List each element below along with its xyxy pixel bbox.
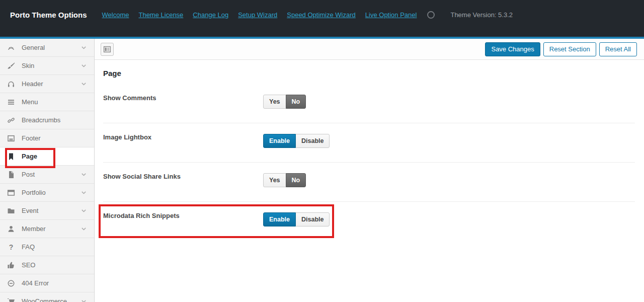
sidebar-item-faq[interactable]: ? FAQ bbox=[0, 238, 94, 256]
sidebar-item-portfolio[interactable]: Portfolio bbox=[0, 184, 94, 202]
sidebar-item-label: Breadcrumbs bbox=[22, 116, 60, 124]
porto-theme-options-window: Porto Theme Options Welcome Theme Licens… bbox=[0, 0, 644, 302]
sidebar-item-event[interactable]: Event bbox=[0, 202, 94, 220]
option-label: Image Lightbox bbox=[103, 132, 263, 141]
sidebar-item-footer[interactable]: Footer bbox=[0, 129, 94, 147]
chevron-down-icon bbox=[80, 298, 87, 302]
theme-version-label: Theme Version: 5.3.2 bbox=[450, 11, 513, 19]
link-setup-wizard[interactable]: Setup Wizard bbox=[238, 11, 277, 19]
panel-toggle-button[interactable] bbox=[101, 43, 114, 56]
link-welcome[interactable]: Welcome bbox=[102, 11, 129, 19]
person-icon bbox=[7, 225, 15, 233]
option-label: Show Comments bbox=[103, 93, 263, 102]
panel-layout-icon bbox=[103, 45, 111, 53]
sidebar-item-label: General bbox=[22, 44, 45, 51]
question-mark-icon: ? bbox=[7, 243, 15, 251]
enable-disable-toggle: Enable Disable bbox=[263, 134, 330, 148]
topbar-nav: Welcome Theme License Change Log Setup W… bbox=[102, 11, 513, 19]
circle-icon bbox=[427, 11, 435, 19]
link-live-option-panel[interactable]: Live Option Panel bbox=[365, 11, 417, 19]
chevron-down-icon bbox=[80, 189, 87, 196]
main-toolbar: Save Changes Reset Section Reset All bbox=[95, 39, 644, 60]
link-theme-license[interactable]: Theme License bbox=[138, 11, 183, 19]
svg-text:?: ? bbox=[9, 243, 14, 251]
chevron-down-icon bbox=[80, 81, 87, 87]
no-button[interactable]: No bbox=[286, 95, 306, 109]
document-icon bbox=[7, 171, 15, 179]
cart-icon bbox=[7, 297, 15, 302]
sidebar-item-label: Portfolio bbox=[22, 189, 46, 196]
sidebar-item-label: Menu bbox=[22, 98, 38, 106]
sidebar-item-post[interactable]: Post bbox=[0, 166, 94, 184]
sidebar-item-label: Event bbox=[22, 207, 38, 214]
option-row-social-share: Show Social Share Links Yes No bbox=[103, 163, 635, 202]
sidebar-item-label: Post bbox=[22, 171, 35, 178]
bookmark-icon bbox=[7, 153, 15, 161]
sidebar-item-seo[interactable]: SEO bbox=[0, 256, 94, 274]
sidebar-item-label: Skin bbox=[22, 62, 34, 69]
top-bar: Porto Theme Options Welcome Theme Licens… bbox=[0, 0, 644, 37]
options-sidebar: General Skin Header Menu Breadcrumbs bbox=[0, 39, 95, 302]
section-title: Page bbox=[103, 69, 635, 78]
option-row-show-comments: Show Comments Yes No bbox=[103, 84, 635, 123]
sidebar-item-label: Page bbox=[22, 153, 37, 160]
no-button[interactable]: No bbox=[286, 173, 306, 187]
sidebar-item-label: Header bbox=[22, 80, 43, 88]
sidebar-item-404-error[interactable]: 404 Error bbox=[0, 274, 94, 292]
sidebar-item-skin[interactable]: Skin bbox=[0, 57, 94, 75]
chevron-down-icon bbox=[80, 225, 87, 232]
window-icon bbox=[7, 189, 15, 197]
enable-button[interactable]: Enable bbox=[263, 212, 296, 226]
link-change-log[interactable]: Change Log bbox=[193, 11, 228, 19]
yes-no-toggle: Yes No bbox=[263, 173, 306, 187]
chevron-down-icon bbox=[80, 171, 87, 178]
sidebar-item-woocommerce[interactable]: WooCommerce bbox=[0, 292, 94, 302]
sidebar-item-label: SEO bbox=[22, 261, 35, 269]
sidebar-item-label: 404 Error bbox=[22, 279, 49, 287]
thumbs-up-icon bbox=[7, 261, 15, 269]
yes-no-toggle: Yes No bbox=[263, 95, 306, 109]
chain-link-icon bbox=[7, 116, 15, 124]
enable-disable-toggle: Enable Disable bbox=[263, 212, 330, 226]
gauge-icon bbox=[7, 44, 15, 52]
sidebar-item-label: WooCommerce bbox=[22, 297, 67, 302]
yes-button[interactable]: Yes bbox=[263, 95, 286, 109]
sidebar-item-label: Member bbox=[22, 225, 46, 233]
reset-all-button[interactable]: Reset All bbox=[599, 42, 637, 56]
option-label: Show Social Share Links bbox=[103, 172, 263, 181]
disable-button[interactable]: Disable bbox=[295, 212, 330, 226]
chevron-down-icon bbox=[80, 207, 87, 214]
menu-bars-icon bbox=[7, 98, 15, 106]
sidebar-item-general[interactable]: General bbox=[0, 39, 94, 57]
chevron-down-icon bbox=[80, 44, 87, 51]
headphones-icon bbox=[7, 80, 15, 88]
folder-icon bbox=[7, 207, 15, 215]
minus-circle-icon bbox=[7, 279, 15, 287]
link-speed-optimize-wizard[interactable]: Speed Optimize Wizard bbox=[287, 11, 356, 19]
sidebar-item-menu[interactable]: Menu bbox=[0, 93, 94, 111]
sidebar-item-page[interactable]: Page bbox=[0, 147, 94, 166]
page-title: Porto Theme Options bbox=[10, 11, 87, 19]
footer-icon bbox=[7, 134, 15, 142]
main-panel: Save Changes Reset Section Reset All Pag… bbox=[95, 39, 644, 302]
save-changes-button[interactable]: Save Changes bbox=[485, 42, 540, 56]
option-row-image-lightbox: Image Lightbox Enable Disable bbox=[103, 123, 635, 163]
disable-button[interactable]: Disable bbox=[295, 134, 330, 148]
reset-section-button[interactable]: Reset Section bbox=[543, 42, 596, 56]
brush-icon bbox=[7, 62, 15, 70]
section-content: Page Show Comments Yes No Image Lightbox… bbox=[95, 60, 644, 241]
enable-button[interactable]: Enable bbox=[263, 134, 296, 148]
sidebar-item-label: Footer bbox=[22, 134, 41, 142]
sidebar-item-breadcrumbs[interactable]: Breadcrumbs bbox=[0, 111, 94, 129]
option-row-microdata: Microdata Rich Snippets Enable Disable bbox=[103, 202, 635, 241]
chevron-down-icon bbox=[80, 62, 87, 69]
sidebar-item-member[interactable]: Member bbox=[0, 220, 94, 238]
option-label: Microdata Rich Snippets bbox=[103, 211, 263, 220]
sidebar-item-header[interactable]: Header bbox=[0, 75, 94, 93]
sidebar-item-label: FAQ bbox=[22, 243, 35, 251]
yes-button[interactable]: Yes bbox=[263, 173, 286, 187]
